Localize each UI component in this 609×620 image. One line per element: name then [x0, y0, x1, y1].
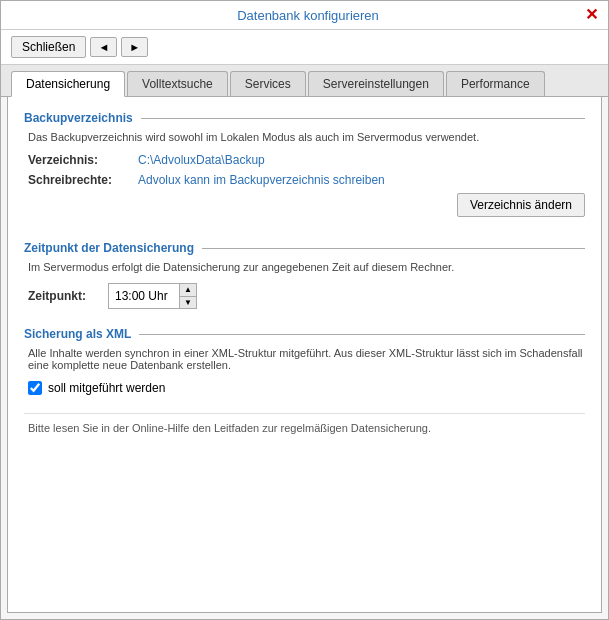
tabs-row: Datensicherung Volltextsuche Services Se…	[1, 65, 608, 97]
directory-value: C:\AdvoluxData\Backup	[138, 153, 265, 167]
tab-performance[interactable]: Performance	[446, 71, 545, 96]
xml-checkbox-label: soll mitgeführt werden	[48, 381, 165, 395]
tab-volltextsuche[interactable]: Volltextsuche	[127, 71, 228, 96]
time-row: Zeitpunkt: ▲ ▼	[24, 283, 585, 309]
tab-content: Backupverzeichnis Das Backupverzeichnis …	[7, 97, 602, 613]
zeitpunkt-section: Zeitpunkt der Datensicherung Im Servermo…	[24, 241, 585, 309]
write-label: Schreibrechte:	[28, 173, 138, 187]
tab-datensicherung[interactable]: Datensicherung	[11, 71, 125, 97]
time-input[interactable]	[109, 286, 179, 306]
close-button[interactable]: Schließen	[11, 36, 86, 58]
xml-section-title: Sicherung als XML	[24, 327, 585, 341]
main-window: Datenbank konfigurieren ✕ Schließen ◄ ► …	[0, 0, 609, 620]
xml-section-desc: Alle Inhalte werden synchron in einer XM…	[24, 347, 585, 371]
backup-section: Backupverzeichnis Das Backupverzeichnis …	[24, 111, 585, 223]
tab-servereinstellungen[interactable]: Servereinstellungen	[308, 71, 444, 96]
spin-up-button[interactable]: ▲	[180, 284, 196, 297]
xml-section: Sicherung als XML Alle Inhalte werden sy…	[24, 327, 585, 395]
footer-note: Bitte lesen Sie in der Online-Hilfe den …	[24, 413, 585, 442]
xml-checkbox-row: soll mitgeführt werden	[24, 381, 585, 395]
title-bar: Datenbank konfigurieren ✕	[1, 1, 608, 30]
backup-section-desc: Das Backupverzeichnis wird sowohl im Lok…	[24, 131, 585, 143]
directory-row: Verzeichnis: C:\AdvoluxData\Backup	[24, 153, 585, 167]
xml-checkbox[interactable]	[28, 381, 42, 395]
window-title: Datenbank konfigurieren	[31, 8, 585, 23]
toolbar: Schließen ◄ ►	[1, 30, 608, 65]
time-input-wrap: ▲ ▼	[108, 283, 197, 309]
write-value: Advolux kann im Backupverzeichnis schrei…	[138, 173, 385, 187]
spin-down-button[interactable]: ▼	[180, 297, 196, 309]
tab-services[interactable]: Services	[230, 71, 306, 96]
zeitpunkt-section-title: Zeitpunkt der Datensicherung	[24, 241, 585, 255]
zeitpunkt-section-desc: Im Servermodus erfolgt die Datensicherun…	[24, 261, 585, 273]
close-icon[interactable]: ✕	[585, 7, 598, 23]
forward-button[interactable]: ►	[121, 37, 148, 57]
write-row: Schreibrechte: Advolux kann im Backupver…	[24, 173, 585, 187]
change-directory-button[interactable]: Verzeichnis ändern	[457, 193, 585, 217]
back-button[interactable]: ◄	[90, 37, 117, 57]
change-btn-row: Verzeichnis ändern	[24, 193, 585, 223]
time-spinners: ▲ ▼	[179, 284, 196, 308]
time-label: Zeitpunkt:	[28, 289, 108, 303]
directory-label: Verzeichnis:	[28, 153, 138, 167]
backup-section-title: Backupverzeichnis	[24, 111, 585, 125]
